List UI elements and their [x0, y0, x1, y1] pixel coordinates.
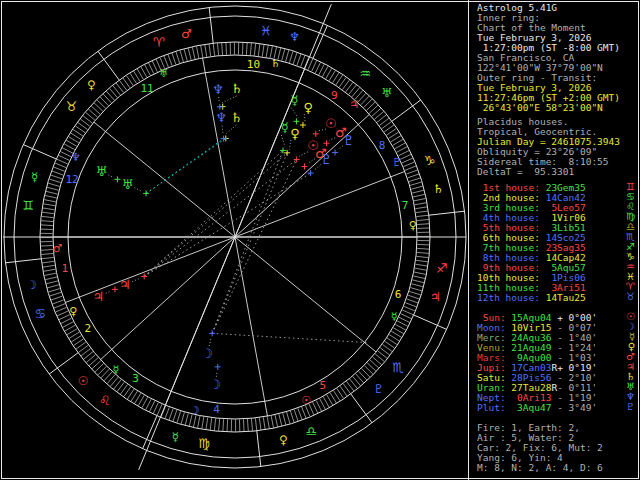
natal-planet-icon-nept: ♆ — [215, 110, 227, 125]
degree-tick — [263, 417, 265, 429]
degree-tick — [60, 151, 71, 156]
degree-tick — [145, 65, 151, 76]
calculation-info-block: Placidus houses.Tropical, Geocentric.Jul… — [477, 117, 637, 177]
degree-tick — [184, 49, 187, 61]
degree-tick — [142, 397, 148, 408]
degree-tick — [416, 215, 428, 216]
transit-pointer-line — [222, 96, 236, 103]
sign-boundary — [257, 431, 261, 467]
transit-pointer-line — [219, 97, 220, 103]
degree-tick — [393, 139, 403, 145]
sign-icon-sagittarius: ♐ — [436, 261, 448, 276]
house-ruler-icon-9: ♃ — [349, 98, 359, 111]
house-number-5: 5 — [320, 379, 327, 392]
degree-tick — [48, 289, 60, 292]
degree-tick — [283, 413, 286, 425]
degree-tick — [402, 158, 413, 163]
house-number-4: 4 — [213, 403, 220, 416]
element-summary-block: Fire: 1, Earth: 2,Air : 5, Water: 2Car: … — [477, 423, 637, 473]
planet-position-value: 3Aqu47 — [511, 402, 551, 413]
aspect-line — [212, 333, 369, 342]
degree-tick — [412, 190, 424, 193]
degree-tick — [275, 415, 278, 427]
sign-boundary — [23, 145, 56, 159]
natal-planet-icon-moon: ☽ — [201, 346, 213, 361]
transit-planet-icon-jupi: ♃ — [93, 289, 105, 304]
degree-tick — [410, 288, 422, 291]
degree-tick — [152, 61, 157, 72]
house-row-12: 12th house: 14Tau25♉ — [477, 293, 637, 303]
degree-tick — [417, 248, 429, 249]
degree-tick — [202, 417, 204, 429]
natal-pointer-line — [222, 126, 223, 135]
degree-tick — [246, 43, 247, 55]
degree-tick — [58, 155, 69, 160]
transit-pointer-line — [216, 371, 217, 377]
sign-ruler-icon-gemini: ☿ — [31, 170, 38, 184]
degree-tick — [52, 300, 63, 304]
house-number-9: 9 — [331, 89, 338, 102]
planet-latitude-value: - 3°49' — [557, 402, 597, 413]
degree-tick — [410, 182, 422, 185]
sign-icon-cancer: ♋ — [35, 306, 47, 321]
degree-tick — [243, 419, 244, 431]
degree-tick — [57, 159, 68, 164]
aspect-line-jupi-venu — [144, 153, 287, 277]
degree-tick — [50, 292, 61, 296]
natal-planet-icon-venu: ♀ — [290, 126, 300, 141]
degree-tick — [413, 194, 425, 197]
degree-tick — [47, 187, 59, 190]
degree-tick — [51, 175, 62, 179]
house-ruler-icon-11: ♅ — [159, 67, 169, 80]
degree-tick — [282, 49, 285, 61]
sign-icon-virgo: ♍ — [198, 436, 210, 451]
degree-tick — [294, 410, 298, 421]
natal-planet-icon-jupi: ♃ — [119, 277, 131, 292]
degree-tick — [44, 273, 56, 275]
house-ruler-icon-2: ♀ — [69, 305, 77, 318]
degree-tick — [209, 44, 211, 56]
house-ruler-icon-8: ♇ — [392, 156, 402, 169]
degree-tick — [395, 324, 406, 330]
degree-tick — [417, 252, 429, 253]
degree-tick — [66, 140, 76, 146]
sign-ruler-icon-sagittarius: ♃ — [430, 290, 441, 304]
degree-tick — [55, 163, 66, 168]
degree-tick — [149, 401, 154, 412]
sign-icon-capricorn: ♑ — [424, 153, 436, 168]
sign-ruler-icon-cancer: ☽ — [26, 278, 37, 292]
transit-planet-icon-merc: ☿ — [290, 93, 298, 108]
natal-pointer-line — [209, 337, 211, 346]
degree-tick — [172, 53, 176, 64]
degree-tick — [64, 144, 75, 150]
planet-label: Plut: — [477, 402, 506, 413]
degree-tick — [319, 64, 325, 75]
degree-tick — [226, 43, 227, 55]
degree-tick — [193, 415, 196, 427]
transit-planet-icon-moon: ☽ — [210, 377, 222, 392]
degree-tick — [41, 249, 53, 250]
degree-tick — [217, 43, 218, 55]
degree-tick — [45, 195, 57, 198]
chart-header-block: Astrolog 5.41G Inner ring:Chart of the M… — [477, 3, 637, 113]
degree-tick — [406, 170, 417, 174]
degree-tick — [173, 410, 177, 421]
sign-boundary — [414, 315, 447, 329]
natal-pointer-line — [289, 140, 291, 149]
degree-tick — [48, 183, 60, 186]
degree-tick — [41, 221, 53, 222]
degree-tick — [255, 418, 256, 430]
summary-line-4: M: 8, N: 2, A: 4, D: 6 — [477, 463, 637, 473]
degree-tick — [266, 45, 268, 57]
degree-tick — [400, 154, 411, 159]
natal-pointer-line — [225, 125, 236, 134]
sign-icon-leo: ♌ — [99, 393, 111, 408]
degree-tick — [411, 284, 423, 287]
sign-ruler-icon-aquarius: ♅ — [381, 86, 392, 100]
natal-pointer-line — [307, 159, 315, 164]
degree-tick — [49, 179, 60, 183]
house-ruler-icon-6: ☿ — [391, 310, 398, 323]
transit-planet-icon-plut: ♇ — [343, 133, 355, 148]
degree-tick — [222, 43, 223, 55]
degree-tick — [188, 48, 191, 60]
